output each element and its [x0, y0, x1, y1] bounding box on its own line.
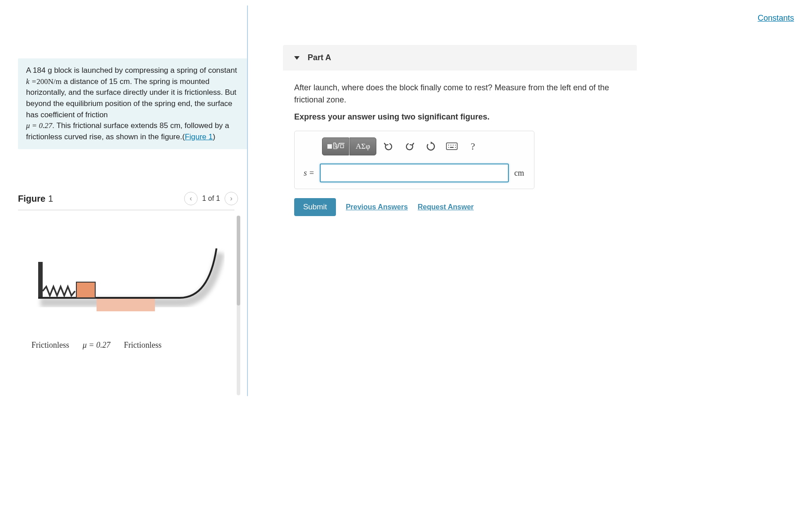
caption-mu: μ = 0.27 [83, 341, 110, 349]
undo-button[interactable] [380, 138, 397, 155]
k-symbol: k = [26, 77, 36, 86]
help-button[interactable]: ? [464, 138, 482, 155]
answer-instruction: Express your answer using two significan… [294, 112, 799, 122]
figure-header: Figure 1 ‹ 1 of 1 › [18, 192, 238, 205]
svg-text:□: □ [333, 142, 335, 146]
svg-point-11 [455, 145, 456, 146]
answer-input[interactable] [320, 164, 509, 182]
constants-link[interactable]: Constants [758, 13, 794, 23]
part-a-header[interactable]: Part A [283, 45, 637, 71]
part-title: Part A [308, 53, 331, 62]
equation-toolbar: x □ ΑΣφ [322, 137, 528, 155]
svg-point-9 [450, 145, 451, 146]
column-divider [247, 5, 248, 396]
greek-letters-button[interactable]: ΑΣφ [349, 137, 376, 155]
caption-frictionless-left: Frictionless [31, 341, 69, 350]
question-text: After launch, where does the block final… [294, 82, 618, 106]
left-scrollbar[interactable] [237, 216, 240, 395]
svg-point-14 [455, 147, 456, 148]
previous-answers-link[interactable]: Previous Answers [346, 203, 408, 211]
template-picker-button[interactable]: x □ [322, 137, 349, 155]
collapse-icon [294, 56, 300, 60]
figure-label: Figure [18, 194, 45, 204]
mu-expression: μ = 0.27 [26, 121, 52, 130]
reset-button[interactable] [422, 138, 440, 155]
redo-button[interactable] [401, 138, 419, 155]
svg-point-10 [453, 145, 454, 146]
svg-rect-13 [450, 147, 454, 148]
figure-diagram [27, 235, 225, 334]
request-answer-link[interactable]: Request Answer [418, 203, 474, 211]
figure-nav-count: 1 of 1 [202, 195, 220, 203]
svg-rect-1 [38, 262, 43, 298]
figure-divider [18, 210, 234, 210]
submit-button[interactable]: Submit [294, 198, 336, 216]
svg-rect-2 [76, 282, 95, 298]
answer-unit: cm [514, 168, 528, 178]
problem-text-4: ) [213, 133, 216, 141]
figure-link[interactable]: Figure 1 [185, 133, 212, 141]
svg-rect-3 [327, 144, 332, 149]
answer-box: x □ ΑΣφ [294, 131, 534, 189]
svg-rect-6 [340, 145, 344, 148]
figure-number: 1 [48, 194, 53, 204]
svg-point-12 [448, 147, 449, 148]
answer-variable-label: s = [301, 168, 314, 178]
k-value: 200N/m [36, 77, 62, 86]
figure-caption: Frictionless μ = 0.27 Frictionless [31, 341, 265, 350]
problem-text-1: A 184 g block is launched by compressing… [26, 66, 237, 75]
figure-next-button[interactable]: › [225, 192, 238, 205]
scrollbar-thumb[interactable] [237, 216, 240, 305]
problem-statement: A 184 g block is launched by compressing… [18, 58, 247, 149]
keyboard-button[interactable] [443, 138, 461, 155]
svg-point-8 [448, 145, 449, 146]
svg-rect-0 [97, 298, 155, 311]
caption-frictionless-right: Frictionless [124, 341, 162, 350]
figure-prev-button[interactable]: ‹ [184, 192, 198, 205]
svg-rect-7 [446, 143, 457, 150]
